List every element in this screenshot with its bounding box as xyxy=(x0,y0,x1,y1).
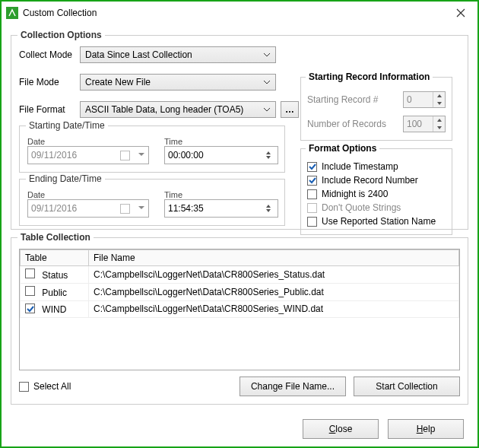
midnight-checkbox[interactable] xyxy=(307,189,317,199)
select-all-checkbox[interactable] xyxy=(19,382,29,392)
row-name: Status xyxy=(42,270,68,281)
end-date-label: Date xyxy=(27,190,149,199)
file-mode-combo[interactable]: Create New File xyxy=(80,74,276,91)
file-mode-value: Create New File xyxy=(85,77,151,87)
chevron-down-icon xyxy=(263,106,271,113)
end-time-value: 11:54:35 xyxy=(168,203,204,214)
include-recno-label: Include Record Number xyxy=(322,175,418,186)
window-title: Custom Collection xyxy=(23,8,443,18)
start-time-value: 00:00:00 xyxy=(168,150,204,160)
num-records-input[interactable]: 100 xyxy=(403,116,446,132)
format-options-group: Format Options Include Timestamp Include… xyxy=(300,148,452,235)
collection-options-legend: Collection Options xyxy=(17,30,105,40)
start-collection-button[interactable]: Start Collection xyxy=(354,377,460,396)
start-time-label: Time xyxy=(164,137,278,146)
file-format-value: ASCII Table Data, Long header (TOA5) xyxy=(85,104,243,115)
end-date-input[interactable]: 09/11/2016 xyxy=(27,199,149,218)
row-checkbox[interactable] xyxy=(25,286,35,296)
use-reported-label: Use Reported Station Name xyxy=(322,216,436,227)
format-options-legend: Format Options xyxy=(306,143,379,154)
row-checkbox[interactable] xyxy=(25,268,35,278)
spin-down-icon[interactable] xyxy=(433,100,445,107)
use-reported-checkbox[interactable] xyxy=(307,217,317,227)
spin-up-icon[interactable] xyxy=(433,92,445,100)
table-row[interactable]: WIND C:\Campbellsci\LoggerNet\Data\CR800… xyxy=(21,301,459,318)
calendar-drop-icon[interactable] xyxy=(138,150,145,160)
end-date-value: 09/11/2016 xyxy=(31,203,77,214)
num-records-value: 100 xyxy=(404,116,433,132)
table-row[interactable]: Public C:\Campbellsci\LoggerNet\Data\CR8… xyxy=(21,284,459,301)
calendar-drop-icon[interactable] xyxy=(138,203,145,214)
collect-mode-combo[interactable]: Data Since Last Collection xyxy=(80,46,276,63)
start-time-input[interactable]: 00:00:00 xyxy=(164,146,278,164)
dont-quote-checkbox[interactable] xyxy=(307,203,317,213)
col-filename-header[interactable]: File Name xyxy=(89,250,459,266)
file-mode-label: File Mode xyxy=(19,77,80,87)
starting-record-legend: Starting Record Information xyxy=(306,71,433,82)
row-file: C:\Campbellsci\LoggerNet\Data\CR800Serie… xyxy=(89,284,459,301)
end-time-input[interactable]: 11:54:35 xyxy=(164,199,278,218)
change-file-name-button[interactable]: Change File Name... xyxy=(240,377,346,396)
table-collection-group: Table Collection Table File Name Status … xyxy=(11,237,468,405)
chevron-down-icon xyxy=(263,78,271,86)
collect-mode-label: Collect Mode xyxy=(19,49,80,60)
spin-up-icon[interactable] xyxy=(433,116,445,124)
row-file: C:\Campbellsci\LoggerNet\Data\CR800Serie… xyxy=(89,301,459,318)
starting-datetime-group: Starting Date/Time Date 09/11/2016 xyxy=(19,126,285,173)
dont-quote-label: Don't Quote Strings xyxy=(322,202,401,213)
include-timestamp-label: Include Timestamp xyxy=(322,161,398,172)
starting-record-group: Starting Record Information Starting Rec… xyxy=(300,77,452,141)
collect-mode-value: Data Since Last Collection xyxy=(85,49,192,60)
start-date-input[interactable]: 09/11/2016 xyxy=(27,146,149,164)
start-date-enable-checkbox[interactable] xyxy=(120,151,130,160)
starting-recno-value: 0 xyxy=(404,92,433,107)
start-date-value: 09/11/2016 xyxy=(31,150,77,160)
include-timestamp-checkbox[interactable] xyxy=(307,162,317,172)
ending-datetime-group: Ending Date/Time Date 09/11/2016 xyxy=(19,179,285,226)
ending-dt-legend: Ending Date/Time xyxy=(26,173,105,184)
start-date-label: Date xyxy=(27,137,149,146)
num-records-label: Number of Records xyxy=(307,119,386,129)
help-button[interactable]: Help xyxy=(388,419,464,439)
select-all-label: Select All xyxy=(33,381,71,392)
row-checkbox[interactable] xyxy=(25,303,35,313)
collection-options-group: Collection Options Collect Mode Data Sin… xyxy=(11,35,468,230)
file-format-label: File Format xyxy=(19,104,80,115)
table-collection-legend: Table Collection xyxy=(17,232,94,243)
table-row[interactable]: Status C:\Campbellsci\LoggerNet\Data\CR8… xyxy=(21,266,459,284)
chevron-down-icon xyxy=(263,51,271,59)
close-button[interactable]: Close xyxy=(303,419,379,439)
starting-recno-label: Starting Record # xyxy=(307,94,378,105)
browse-button[interactable]: … xyxy=(281,101,299,118)
end-time-label: Time xyxy=(164,190,278,199)
titlebar: Custom Collection xyxy=(2,2,477,24)
row-file: C:\Campbellsci\LoggerNet\Data\CR800Serie… xyxy=(89,266,459,284)
col-table-header[interactable]: Table xyxy=(21,250,89,266)
end-date-enable-checkbox[interactable] xyxy=(120,204,130,214)
row-name: WIND xyxy=(42,304,66,315)
include-recno-checkbox[interactable] xyxy=(307,176,317,186)
file-format-combo[interactable]: ASCII Table Data, Long header (TOA5) xyxy=(80,101,276,118)
spin-down-icon[interactable] xyxy=(262,155,274,160)
close-icon[interactable] xyxy=(443,2,477,24)
table-list[interactable]: Table File Name Status C:\Campbellsci\Lo… xyxy=(19,249,460,370)
spin-down-icon[interactable] xyxy=(262,208,274,213)
starting-recno-input[interactable]: 0 xyxy=(403,91,446,108)
row-name: Public xyxy=(42,288,67,298)
app-icon xyxy=(6,7,18,19)
midnight-label: Midnight is 2400 xyxy=(322,189,388,199)
starting-dt-legend: Starting Date/Time xyxy=(26,120,108,131)
spin-down-icon[interactable] xyxy=(433,124,445,132)
